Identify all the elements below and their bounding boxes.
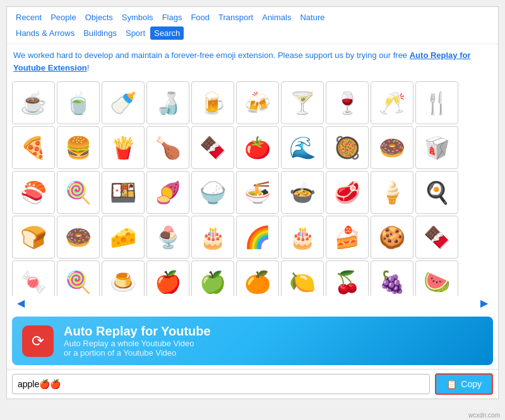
replay-icon: ⟳: [32, 332, 44, 350]
emoji-cell[interactable]: 🍉: [415, 260, 458, 296]
banner-subtitle1: Auto Replay a whole Youtube Video: [64, 339, 483, 348]
scroll-bar: ◀ ▶: [12, 296, 493, 310]
emoji-cell[interactable]: 🍩: [57, 216, 100, 259]
copy-button[interactable]: 📋 Copy: [435, 373, 493, 395]
emoji-cell[interactable]: 🍼: [102, 81, 145, 124]
nav-food[interactable]: Food: [187, 11, 213, 24]
nav-objects[interactable]: Objects: [81, 11, 117, 24]
nav-flags[interactable]: Flags: [158, 11, 186, 24]
emoji-cell[interactable]: 🥘: [326, 126, 369, 169]
nav-row1: Recent People Objects Symbols Flags Food…: [7, 7, 498, 25]
scroll-left-arrow[interactable]: ◀: [17, 297, 25, 309]
nav-nature[interactable]: Nature: [296, 11, 328, 24]
nav-buildings[interactable]: Buildings: [80, 26, 121, 40]
emoji-cell[interactable]: 🥂: [371, 81, 413, 124]
bottom-bar: 📋 Copy: [7, 369, 498, 399]
nav-row2: Hands & Arrows Buildings Sport Search: [7, 25, 498, 44]
autoreplay-banner: ⟳ Auto Replay for Youtube Auto Replay a …: [12, 317, 493, 365]
nav-search[interactable]: Search: [150, 26, 184, 40]
emoji-cell[interactable]: 🍵: [57, 81, 100, 124]
emoji-cell[interactable]: 🍣: [12, 171, 55, 214]
banner-title: Auto Replay for Youtube: [64, 324, 483, 339]
emoji-cell[interactable]: 🍇: [371, 260, 413, 296]
banner-icon: ⟳: [22, 325, 54, 357]
emoji-cell[interactable]: 🥡: [415, 126, 458, 169]
emoji-cell[interactable]: 🍊: [236, 260, 279, 296]
scroll-right-arrow[interactable]: ▶: [480, 297, 488, 309]
emoji-cell[interactable]: 🍱: [102, 171, 145, 214]
nav-animals[interactable]: Animals: [258, 11, 295, 24]
emoji-cell[interactable]: 🍫: [415, 216, 458, 259]
emoji-cell[interactable]: 🍷: [326, 81, 369, 124]
nav-transport[interactable]: Transport: [215, 11, 257, 24]
nav-recent[interactable]: Recent: [12, 11, 45, 24]
emoji-cell[interactable]: 🥩: [326, 171, 369, 214]
nav-sport[interactable]: Sport: [122, 26, 149, 40]
copy-icon: 📋: [446, 379, 457, 389]
emoji-cell[interactable]: 🎂: [281, 216, 324, 259]
emoji-cell[interactable]: 🍪: [371, 216, 413, 259]
emoji-cell[interactable]: 🍞: [12, 216, 55, 259]
emoji-cell[interactable]: 🍋: [281, 260, 324, 296]
emoji-cell[interactable]: 🌊: [281, 126, 324, 169]
emoji-cell[interactable]: 🍜: [236, 171, 279, 214]
emoji-cell[interactable]: 🍴: [415, 81, 458, 124]
emoji-cell[interactable]: 🍠: [146, 171, 189, 214]
emoji-cell[interactable]: 🍟: [102, 126, 145, 169]
emoji-cell[interactable]: 🍨: [146, 216, 189, 259]
emoji-cell[interactable]: 🧀: [102, 216, 145, 259]
nav-people[interactable]: People: [47, 11, 80, 24]
emoji-cell[interactable]: 🍮: [102, 260, 145, 296]
emoji-cell[interactable]: 🍶: [146, 81, 189, 124]
promo-text2: !: [87, 63, 90, 73]
banner-text: Auto Replay for Youtube Auto Replay a wh…: [64, 324, 483, 358]
emoji-cell[interactable]: 🍲: [281, 171, 324, 214]
emoji-cell[interactable]: 🍫: [191, 126, 234, 169]
emoji-section: ☕🍵🍼🍶🍺🍻🍸🍷🥂🍴🍕🍔🍟🍗🍫🍅🌊🥘🍩🥡🍣🍭🍱🍠🍚🍜🍲🥩🍦🍳🍞🍩🧀🍨🎂🌈🎂🍰🍪🍫…: [7, 79, 498, 313]
emoji-cell[interactable]: 🍻: [236, 81, 279, 124]
emoji-cell[interactable]: 🍅: [236, 126, 279, 169]
promo-text1: We worked hard to develop and maintain a…: [13, 50, 410, 60]
emoji-cell[interactable]: 🍎: [146, 260, 189, 296]
emoji-cell[interactable]: 🍏: [191, 260, 234, 296]
emoji-cell[interactable]: 🍰: [326, 216, 369, 259]
emoji-cell[interactable]: ☕: [12, 81, 55, 124]
emoji-cell[interactable]: 🎂: [191, 216, 234, 259]
watermark: wcxdn.com: [468, 412, 500, 419]
emoji-cell[interactable]: 🍸: [281, 81, 324, 124]
emoji-cell[interactable]: 🍦: [371, 171, 413, 214]
copy-label: Copy: [461, 379, 482, 389]
emoji-cell[interactable]: 🍔: [57, 126, 100, 169]
emoji-cell[interactable]: 🍗: [146, 126, 189, 169]
emoji-cell[interactable]: 🌈: [236, 216, 279, 259]
emoji-cell[interactable]: 🍒: [326, 260, 369, 296]
emoji-cell[interactable]: 🍳: [415, 171, 458, 214]
nav-hands[interactable]: Hands & Arrows: [12, 26, 78, 40]
emoji-cell[interactable]: 🍺: [191, 81, 234, 124]
emoji-cell[interactable]: 🍚: [191, 171, 234, 214]
banner-subtitle2: or a portion of a Youtube Video: [64, 348, 483, 358]
emoji-cell[interactable]: 🍩: [371, 126, 413, 169]
search-input[interactable]: [12, 374, 430, 394]
nav-symbols[interactable]: Symbols: [118, 11, 157, 24]
promo-section: We worked hard to develop and maintain a…: [7, 44, 498, 79]
emoji-cell[interactable]: 🍭: [57, 260, 100, 296]
emoji-cell[interactable]: 🍭: [57, 171, 100, 214]
emoji-grid: ☕🍵🍼🍶🍺🍻🍸🍷🥂🍴🍕🍔🍟🍗🍫🍅🌊🥘🍩🥡🍣🍭🍱🍠🍚🍜🍲🥩🍦🍳🍞🍩🧀🍨🎂🌈🎂🍰🍪🍫…: [12, 81, 493, 296]
emoji-cell[interactable]: 🍬: [12, 260, 55, 296]
emoji-cell[interactable]: 🍕: [12, 126, 55, 169]
